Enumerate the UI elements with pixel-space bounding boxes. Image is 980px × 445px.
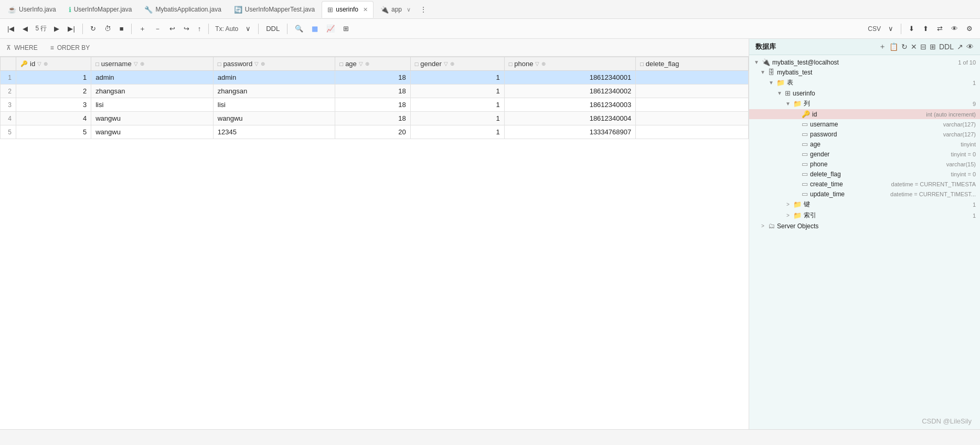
tab-mybatisapp-java[interactable]: 🔧 MybatisApplication.java [139, 1, 227, 18]
compare-btn[interactable]: ⇄ [934, 23, 946, 34]
tab-userinfo-java[interactable]: ☕ UserInfo.java [2, 1, 62, 18]
cell-id[interactable]: 4 [16, 112, 91, 125]
chart-btn[interactable]: 📈 [323, 23, 338, 34]
table-row[interactable]: 5 5 wangwu 12345 20 1 13334768907 [1, 125, 749, 139]
refresh-db-btn[interactable]: ↻ [901, 43, 908, 51]
cell-id[interactable]: 5 [16, 125, 91, 139]
col-header-password[interactable]: □ password ▽ ⊕ [213, 57, 335, 71]
tab-close-btn[interactable]: ✕ [363, 6, 368, 13]
cell-delete-flag[interactable] [636, 84, 749, 98]
filter-id-btn[interactable]: ▽ [37, 61, 41, 67]
cell-password[interactable]: zhangsan [213, 84, 335, 98]
where-filter[interactable]: ⊼ WHERE [6, 44, 38, 51]
cell-username[interactable]: admin [91, 71, 214, 84]
sort-phone-btn[interactable]: ⊕ [541, 61, 546, 67]
cell-phone[interactable]: 18612340002 [504, 84, 636, 98]
cell-delete-flag[interactable] [636, 125, 749, 139]
table-row[interactable]: 2 2 zhangsan zhangsan 18 1 18612340002 [1, 84, 749, 98]
nav-prev-btn[interactable]: ◀ [19, 23, 31, 34]
csv-dropdown[interactable]: ∨ [885, 23, 897, 34]
settings-btn[interactable]: ⚙ [963, 23, 976, 34]
delete-db-btn[interactable]: ✕ [911, 43, 917, 51]
nav-next-btn[interactable]: ▶ [51, 23, 62, 34]
eye-db-btn[interactable]: 👁 [966, 43, 974, 51]
tree-item-column[interactable]: ▭ username varchar(127) [749, 119, 980, 129]
orderby-filter[interactable]: ≡ ORDER BY [50, 44, 90, 51]
cell-age[interactable]: 18 [335, 98, 410, 112]
table-view-btn[interactable]: ⊟ [920, 43, 926, 51]
col-header-gender[interactable]: □ gender ▽ ⊕ [410, 57, 504, 71]
col-header-delete-flag[interactable]: □ delete_flag [636, 57, 749, 71]
cell-password[interactable]: lisi [213, 98, 335, 112]
filter-age-btn[interactable]: ▽ [359, 61, 363, 67]
import-db-btn[interactable]: 📋 [889, 43, 898, 51]
sort-username-btn[interactable]: ⊕ [140, 61, 144, 67]
stop-btn[interactable]: ■ [116, 23, 127, 34]
cell-username[interactable]: zhangsan [91, 84, 214, 98]
cell-gender[interactable]: 1 [410, 84, 504, 98]
sort-age-btn[interactable]: ⊕ [365, 61, 369, 67]
undo-btn[interactable]: ↩ [166, 23, 178, 34]
tree-item-column[interactable]: ▭ age tinyint [749, 139, 980, 149]
nav-last-btn[interactable]: ▶| [65, 23, 78, 34]
filter-btn[interactable]: ▦ [308, 23, 321, 34]
cell-gender[interactable]: 1 [410, 112, 504, 125]
refresh-btn[interactable]: ↻ [87, 23, 99, 34]
tree-item-column[interactable]: ▭ phone varchar(15) [749, 159, 980, 169]
search-btn[interactable]: 🔍 [292, 23, 306, 34]
cell-gender[interactable]: 1 [410, 125, 504, 139]
cell-age[interactable]: 18 [335, 84, 410, 98]
tree-item-column-pk[interactable]: 🔑 id int (auto increment) [749, 109, 980, 119]
col-header-phone[interactable]: □ phone ▽ ⊕ [504, 57, 636, 71]
cell-delete-flag[interactable] [636, 98, 749, 112]
tree-item-column[interactable]: ▭ create_time datetime = CURRENT_TIMESTA [749, 179, 980, 189]
cell-password[interactable]: 12345 [213, 125, 335, 139]
tab-app[interactable]: 🔌 app ∨ [375, 1, 417, 18]
cell-username[interactable]: wangwu [91, 112, 214, 125]
cell-password[interactable]: wangwu [213, 112, 335, 125]
tree-item-column[interactable]: ▭ delete_flag tinyint = 0 [749, 169, 980, 179]
tree-item-column[interactable]: ▭ update_time datetime = CURRENT_TIMEST.… [749, 189, 980, 199]
filter-gender-btn[interactable]: ▽ [444, 61, 448, 67]
cell-phone[interactable]: 13334768907 [504, 125, 636, 139]
tree-item-table[interactable]: ▼ ⊞ userinfo [749, 88, 980, 98]
tree-item-column[interactable]: ▭ gender tinyint = 0 [749, 149, 980, 159]
tree-item-folder[interactable]: > 📁 索引 1 [749, 210, 980, 221]
cell-age[interactable]: 18 [335, 71, 410, 84]
columns-view-btn[interactable]: ⊞ [930, 43, 936, 51]
filter-username-btn[interactable]: ▽ [134, 61, 138, 67]
tree-item-folder[interactable]: ▼ 📁 表 1 [749, 77, 980, 88]
cell-age[interactable]: 18 [335, 112, 410, 125]
table-row[interactable]: 3 3 lisi lisi 18 1 18612340003 [1, 98, 749, 112]
remove-row-btn[interactable]: － [151, 23, 164, 35]
cell-username[interactable]: wangwu [91, 125, 214, 139]
cell-phone[interactable]: 18612340003 [504, 98, 636, 112]
cell-gender[interactable]: 1 [410, 71, 504, 84]
cell-id[interactable]: 2 [16, 84, 91, 98]
col-header-age[interactable]: □ age ▽ ⊕ [335, 57, 410, 71]
table-row[interactable]: 1 1 admin admin 18 1 18612340001 [1, 71, 749, 84]
download-btn[interactable]: ⬇ [906, 23, 918, 34]
cell-password[interactable]: admin [213, 71, 335, 84]
cell-delete-flag[interactable] [636, 71, 749, 84]
col-header-id[interactable]: 🔑 id ▽ ⊕ [16, 57, 91, 71]
cell-id[interactable]: 1 [16, 71, 91, 84]
eye-btn[interactable]: 👁 [948, 23, 961, 34]
tab-userinfomappertest-java[interactable]: 🔄 UserInfoMapperTest.java [228, 1, 321, 18]
tab-dropdown-btn[interactable]: ∨ [407, 6, 411, 13]
tx-dropdown[interactable]: ∨ [242, 23, 254, 34]
cell-delete-flag[interactable] [636, 112, 749, 125]
tree-item-folder[interactable]: > 📁 键 1 [749, 199, 980, 210]
tree-item-column[interactable]: ▭ password varchar(127) [749, 129, 980, 139]
filter-phone-btn[interactable]: ▽ [535, 61, 539, 67]
sort-gender-btn[interactable]: ⊕ [450, 61, 454, 67]
cell-phone[interactable]: 18612340001 [504, 71, 636, 84]
redo-btn[interactable]: ↪ [180, 23, 193, 34]
grid-btn[interactable]: ⊞ [340, 23, 352, 34]
filter-password-btn[interactable]: ▽ [254, 61, 259, 67]
tree-item-connection[interactable]: ▼ 🔌 mybatis_test@localhost 1 of 10 [749, 57, 980, 67]
sort-password-btn[interactable]: ⊕ [261, 61, 265, 67]
add-row-btn[interactable]: ＋ [136, 23, 149, 35]
tree-item-folder[interactable]: ▼ 📁 列 9 [749, 98, 980, 109]
upload2-btn[interactable]: ⬆ [920, 23, 932, 34]
